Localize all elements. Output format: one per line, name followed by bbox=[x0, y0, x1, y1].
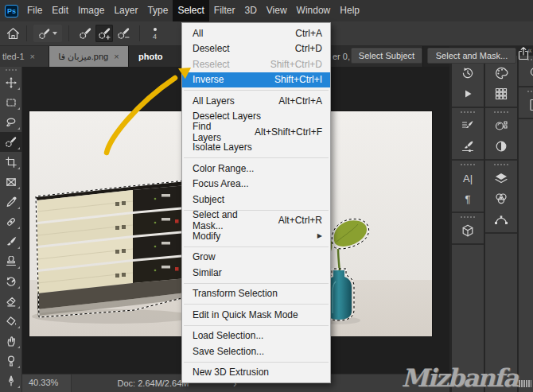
materials-panel-icon[interactable] bbox=[485, 115, 517, 136]
menu-item-save-selection[interactable]: Save Selection... bbox=[182, 343, 330, 359]
clone-stamp-tool[interactable] bbox=[0, 251, 22, 271]
tools-panel bbox=[0, 67, 22, 392]
pen-tool[interactable] bbox=[0, 371, 22, 390]
dock-column-1: A| ¶ bbox=[452, 56, 484, 392]
brush-size-picker[interactable]: 4 bbox=[153, 28, 157, 40]
options-separator bbox=[139, 25, 140, 41]
menu-file[interactable]: File bbox=[22, 0, 47, 21]
history-brush-tool[interactable] bbox=[0, 271, 22, 291]
dock-column-2 bbox=[485, 56, 517, 392]
history-panel-icon[interactable] bbox=[452, 63, 484, 83]
menu-select[interactable]: Select bbox=[173, 0, 208, 21]
annotation-arrow-icon bbox=[80, 56, 199, 166]
3d-panel-icon[interactable] bbox=[452, 220, 484, 241]
menu-filter[interactable]: Filter bbox=[209, 0, 240, 21]
menu-item-transform-selection[interactable]: Transform Selection bbox=[182, 286, 330, 302]
menu-help[interactable]: Help bbox=[335, 0, 364, 21]
character-panel-icon[interactable]: A| bbox=[452, 168, 484, 188]
home-icon[interactable] bbox=[6, 27, 20, 40]
crop-tool[interactable] bbox=[0, 152, 22, 172]
panel-grip[interactable] bbox=[461, 164, 475, 165]
options-separator bbox=[26, 25, 27, 41]
menu-item-isolate-layers[interactable]: Isolate Layers bbox=[182, 140, 330, 156]
move-tool[interactable] bbox=[0, 72, 22, 92]
dodge-tool[interactable] bbox=[0, 351, 22, 371]
smudge-tool[interactable] bbox=[0, 331, 22, 351]
menu-separator bbox=[184, 90, 329, 91]
submenu-arrow-icon: ▶ bbox=[317, 232, 322, 239]
watermark-small-text bbox=[519, 380, 531, 387]
current-tool-button[interactable] bbox=[33, 25, 62, 42]
menu-separator bbox=[184, 362, 329, 363]
menu-window[interactable]: Window bbox=[292, 0, 336, 21]
channels-panel-icon[interactable] bbox=[485, 188, 517, 209]
menu-item-select-and-mask[interactable]: Select and Mask...Alt+Ctrl+R bbox=[182, 213, 330, 229]
spot-healing-brush-tool[interactable] bbox=[0, 212, 22, 231]
paragraph-panel-icon[interactable]: ¶ bbox=[452, 188, 484, 209]
quick-selection-tool[interactable] bbox=[0, 132, 22, 152]
select-subject-button[interactable]: Select Subject bbox=[351, 48, 422, 64]
panel-grip[interactable] bbox=[494, 111, 508, 113]
menu-item-deselect[interactable]: DeselectCtrl+D bbox=[182, 41, 330, 57]
watermark: Mizbanfa bbox=[402, 363, 531, 392]
menu-item-load-selection[interactable]: Load Selection... bbox=[182, 328, 330, 344]
panel-grip[interactable] bbox=[461, 111, 475, 113]
menu-item-reselect: ReselectShift+Ctrl+D bbox=[182, 56, 330, 72]
close-tab-icon[interactable]: × bbox=[30, 52, 35, 61]
paths-panel-icon[interactable] bbox=[485, 209, 517, 230]
menu-item-subject[interactable]: Subject bbox=[182, 192, 330, 208]
menu-item-color-range[interactable]: Color Range... bbox=[182, 161, 330, 177]
photoshop-logo-icon: Ps bbox=[5, 5, 18, 17]
lasso-tool[interactable] bbox=[0, 112, 22, 132]
select-and-mask-button[interactable]: Select and Mask... bbox=[427, 48, 516, 64]
panel-grip[interactable] bbox=[461, 216, 475, 218]
chevron-down-icon bbox=[53, 32, 57, 35]
brush-tool[interactable] bbox=[0, 231, 22, 251]
menu-layer[interactable]: Layer bbox=[109, 0, 142, 21]
select-dropdown-menu: AllCtrl+A DeselectCtrl+D ReselectShift+C… bbox=[181, 22, 331, 383]
zoom-level-field[interactable]: 40.33% bbox=[22, 375, 72, 392]
menu-item-focus-area[interactable]: Focus Area... bbox=[182, 177, 330, 192]
learn-panel-icon[interactable] bbox=[519, 63, 533, 83]
menu-item-inverse[interactable]: InverseShift+Ctrl+I bbox=[182, 72, 330, 88]
brushes-panel-icon[interactable] bbox=[452, 136, 484, 157]
menu-type[interactable]: Type bbox=[142, 0, 173, 21]
libraries-panel-icon[interactable] bbox=[519, 95, 533, 115]
rectangular-marquee-tool[interactable] bbox=[0, 92, 22, 112]
menu-separator bbox=[184, 157, 329, 158]
brush-preview-dot bbox=[154, 28, 157, 31]
panel-grip[interactable] bbox=[494, 164, 508, 165]
menu-item-find-layers[interactable]: Find LayersAlt+Shift+Ctrl+F bbox=[182, 124, 330, 140]
panel-grip[interactable] bbox=[527, 91, 533, 92]
gradients-panel-icon[interactable] bbox=[485, 136, 517, 157]
swatches-panel-icon[interactable] bbox=[485, 83, 517, 104]
layers-panel-icon[interactable] bbox=[485, 168, 517, 188]
menu-item-all-layers[interactable]: All LayersAlt+Ctrl+A bbox=[182, 93, 330, 109]
menu-separator bbox=[184, 304, 329, 305]
eyedropper-tool[interactable] bbox=[0, 192, 22, 212]
panel-grip[interactable] bbox=[6, 69, 17, 71]
eraser-tool[interactable] bbox=[0, 291, 22, 311]
share-icon[interactable] bbox=[517, 46, 530, 64]
menu-image[interactable]: Image bbox=[73, 0, 109, 21]
menu-item-new-3d-extrusion[interactable]: New 3D Extrusion bbox=[182, 365, 330, 381]
options-separator bbox=[68, 25, 69, 41]
add-to-selection-mode-button[interactable] bbox=[95, 25, 113, 42]
menu-edit[interactable]: Edit bbox=[47, 0, 73, 21]
tab-untitled-1[interactable]: tled-1× bbox=[0, 46, 49, 67]
frame-tool[interactable] bbox=[0, 172, 22, 192]
menu-3d[interactable]: 3D bbox=[239, 0, 261, 21]
new-selection-mode-button[interactable] bbox=[76, 25, 94, 42]
gradient-tool[interactable] bbox=[0, 311, 22, 331]
menu-item-edit-in-quick-mask-mode[interactable]: Edit in Quick Mask Mode bbox=[182, 307, 330, 323]
subtract-from-selection-mode-button[interactable] bbox=[115, 25, 132, 42]
actions-panel-icon[interactable] bbox=[452, 83, 484, 104]
menu-separator bbox=[184, 283, 329, 284]
menu-item-all[interactable]: AllCtrl+A bbox=[182, 25, 330, 41]
color-panel-icon[interactable] bbox=[485, 63, 517, 83]
menu-item-similar[interactable]: Similar bbox=[182, 265, 330, 281]
menu-view[interactable]: View bbox=[262, 0, 292, 21]
menu-item-grow[interactable]: Grow bbox=[182, 250, 330, 266]
brush-settings-panel-icon[interactable] bbox=[452, 115, 484, 136]
menu-bar: Ps File Edit Image Layer Type Select Fil… bbox=[0, 0, 533, 21]
